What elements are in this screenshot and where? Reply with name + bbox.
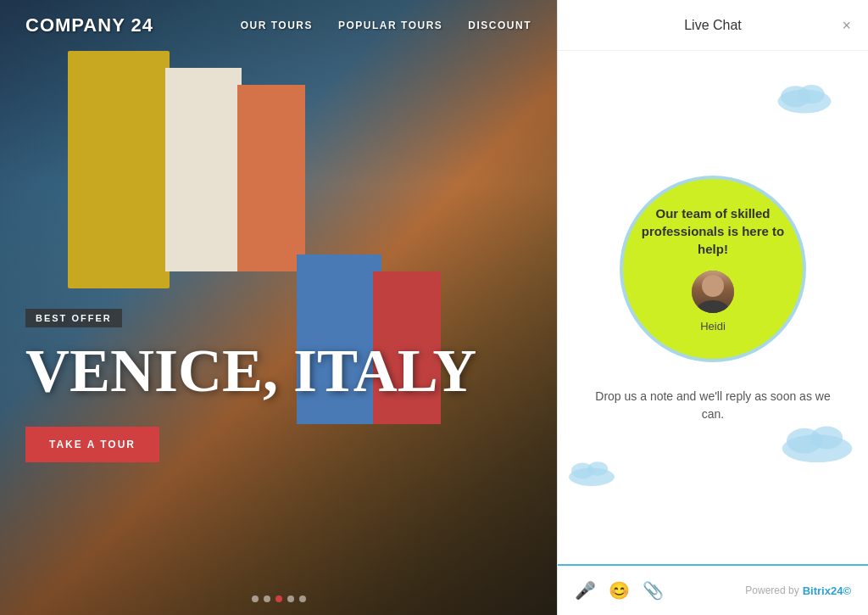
chat-section: Live Chat × Our team of skilled professi…: [557, 0, 868, 615]
agent-avatar-inner: [692, 271, 734, 313]
dot-4[interactable]: [287, 595, 294, 602]
cloud-top-right-icon: [775, 76, 834, 115]
dot-2[interactable]: [264, 595, 270, 602]
nav-discount[interactable]: DISCOUNT: [468, 20, 531, 31]
chat-title: Live Chat: [684, 18, 742, 33]
powered-by: Powered by Bitrix24©: [745, 584, 851, 597]
cloud-bottom-right-icon: [779, 416, 855, 462]
emoji-icon[interactable]: 😊: [609, 580, 630, 601]
building-white: [165, 68, 242, 271]
cloud-bottom-left-icon: [566, 454, 617, 488]
website-header: COMPANY 24 OUR TOURS POPULAR TOURS DISCO…: [0, 0, 557, 51]
website-section: COMPANY 24 OUR TOURS POPULAR TOURS DISCO…: [0, 0, 557, 615]
agent-avatar: [692, 271, 734, 313]
progress-dots: [252, 595, 306, 602]
microphone-icon[interactable]: 🎤: [575, 580, 596, 601]
chat-footer: 🎤 😊 📎 Powered by Bitrix24©: [558, 564, 868, 615]
building-orange: [237, 85, 305, 271]
hero-title: VENICE, ITALY: [25, 340, 476, 401]
take-tour-button[interactable]: TAKE A TOUR: [25, 427, 159, 462]
building-yellow: [68, 51, 170, 288]
chat-agent-circle: Our team of skilled professionals is her…: [620, 176, 806, 362]
dot-3[interactable]: [275, 595, 282, 602]
chat-body: Our team of skilled professionals is her…: [558, 51, 868, 564]
brand-label: Bitrix24©: [803, 584, 851, 597]
attachment-icon[interactable]: 📎: [643, 580, 664, 601]
chat-header: Live Chat ×: [558, 0, 868, 51]
nav-our-tours[interactable]: OUR TOURS: [241, 20, 313, 31]
nav-popular-tours[interactable]: POPULAR TOURS: [338, 20, 442, 31]
company-logo: COMPANY 24: [25, 14, 153, 36]
powered-by-label: Powered by: [745, 584, 798, 596]
hero-content: BEST OFFER VENICE, ITALY TAKE A TOUR: [25, 309, 476, 462]
nav-links: OUR TOURS POPULAR TOURS DISCOUNT: [241, 20, 531, 31]
dot-5[interactable]: [299, 595, 306, 602]
agent-name: Heidi: [700, 320, 726, 333]
close-icon[interactable]: ×: [842, 18, 851, 33]
svg-point-8: [587, 461, 608, 476]
svg-point-5: [811, 427, 843, 450]
dot-1[interactable]: [252, 595, 259, 602]
chat-circle-text: Our team of skilled professionals is her…: [640, 204, 786, 258]
svg-point-2: [798, 85, 825, 103]
best-offer-badge: BEST OFFER: [25, 309, 122, 327]
